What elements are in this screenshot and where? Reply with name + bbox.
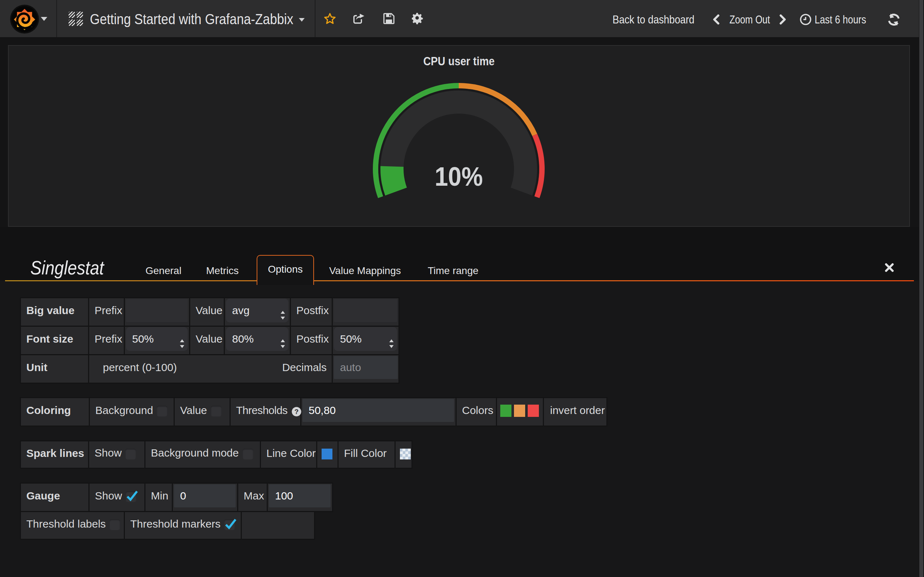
svg-text:?: ? bbox=[294, 408, 299, 416]
